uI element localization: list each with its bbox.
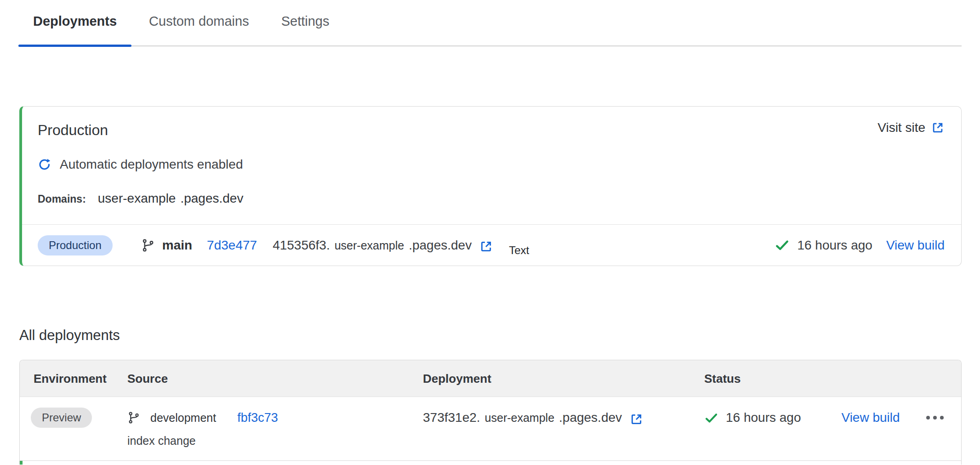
deployment-url: 415356f3. user-example .pages.dev	[273, 238, 493, 253]
tab-bar: Deployments Custom domains Settings	[18, 0, 962, 46]
production-row-green-edge	[20, 461, 23, 465]
deployment-url-suffix: .pages.dev	[559, 410, 622, 425]
external-link-icon[interactable]	[479, 239, 493, 254]
environment-badge-production: Production	[38, 235, 113, 255]
column-header-source: Source	[127, 372, 423, 386]
domains-label: Domains:	[38, 193, 86, 205]
visit-site-label: Visit site	[877, 120, 925, 135]
git-branch-icon	[141, 238, 155, 252]
status-time: 16 hours ago	[726, 410, 801, 425]
status-cell: 16 hours ago View build	[704, 407, 961, 448]
ellipsis-menu-icon[interactable]	[926, 416, 944, 420]
source-cell: development fbf3c73 index change	[127, 407, 423, 448]
table-row: Preview development fbf3c73 index change	[20, 397, 961, 460]
domain-suffix: .pages.dev	[180, 191, 243, 206]
commit-message: index change	[127, 434, 423, 448]
status-time: 16 hours ago	[797, 238, 872, 253]
visit-site-link[interactable]: Visit site	[877, 120, 945, 135]
check-icon	[704, 411, 718, 425]
git-branch-icon	[127, 411, 140, 424]
all-deployments-title: All deployments	[19, 327, 980, 344]
column-header-deployment: Deployment	[423, 372, 704, 386]
annotation-text: Text	[509, 244, 529, 257]
deployments-table-header: Environment Source Deployment Status	[20, 360, 961, 397]
deployment-cell: 373f31e2. user-example .pages.dev	[423, 407, 704, 448]
commit-link[interactable]: fbf3c73	[237, 411, 278, 425]
auto-deployments-text: Automatic deployments enabled	[60, 157, 243, 172]
column-header-environment: Environment	[20, 372, 127, 386]
commit-link[interactable]: 7d3e477	[207, 238, 257, 253]
deployments-table: Environment Source Deployment Status Pre…	[19, 360, 962, 465]
production-card: Production Visit site Automa	[19, 106, 962, 266]
domain-name: user-example	[98, 191, 176, 206]
deployment-url: 373f31e2. user-example .pages.dev	[423, 410, 644, 425]
deployment-url-suffix: .pages.dev	[409, 238, 472, 253]
production-card-top: Production Visit site Automa	[22, 107, 961, 224]
branch-name: development	[150, 411, 216, 425]
tab-custom-domains[interactable]: Custom domains	[134, 0, 264, 45]
deployment-url-hash: 415356f3.	[273, 238, 330, 253]
production-card-title: Production	[38, 120, 108, 140]
refresh-icon	[38, 158, 51, 171]
tab-deployments[interactable]: Deployments	[18, 0, 131, 45]
external-link-icon[interactable]	[629, 412, 644, 426]
deployment-url-name: user-example	[485, 411, 554, 425]
external-link-icon	[931, 121, 945, 135]
check-icon	[775, 238, 790, 253]
view-build-link[interactable]: View build	[886, 238, 945, 253]
column-header-status: Status	[704, 372, 961, 386]
deployment-url-hash: 373f31e2.	[423, 410, 480, 425]
next-row-partial	[20, 460, 961, 465]
deployment-url-name: user-example	[335, 239, 404, 252]
production-deployment-row: Production main 7d3e477 415356f3. user-e…	[22, 224, 961, 266]
environment-badge-preview: Preview	[31, 408, 92, 428]
tab-settings[interactable]: Settings	[267, 0, 344, 45]
branch-name: main	[162, 238, 192, 253]
view-build-link[interactable]: View build	[841, 410, 900, 425]
